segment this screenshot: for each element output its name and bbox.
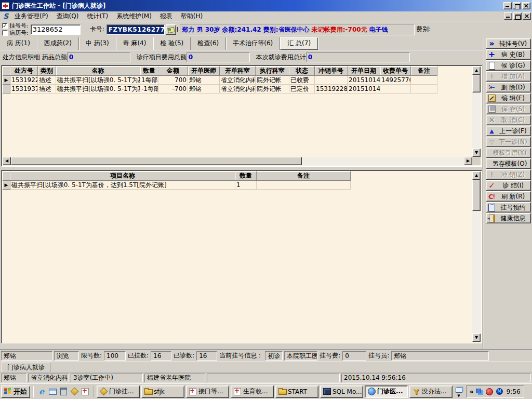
task-sfjk-folder[interactable]: sfjk (141, 385, 184, 398)
col-item-quantity[interactable]: 数量 (235, 171, 257, 181)
previous-visit-button[interactable]: 上一诊(F) (486, 126, 531, 136)
col-category[interactable]: 类别 (38, 66, 56, 76)
medical-history-button[interactable]: 病 史(B) (486, 49, 531, 60)
registration-appointment-button[interactable]: 挂号预约 (486, 202, 531, 212)
task-birth-fee-app[interactable]: 生育收... (231, 385, 274, 398)
col-amount[interactable]: 金额 (158, 66, 188, 76)
tab-surgery[interactable]: 手术治疗等(6) (226, 37, 280, 50)
scroll-thumb[interactable] (472, 75, 481, 92)
col-item-name[interactable]: 项目名称 (10, 171, 235, 181)
delete-button[interactable]: 删 除(D) (486, 82, 531, 92)
action-sidebar: 转挂号(V) 病 史(B) 候 诊(G) 增 加(A) 删 除(D) 编 辑(E… (484, 37, 532, 349)
menu-query[interactable]: 查询(Q) (52, 12, 83, 21)
tab-narcotics[interactable]: 毒 麻(4) (116, 37, 154, 50)
col-status[interactable]: 状态 (289, 66, 315, 76)
tab-case-history[interactable]: 病 历(1) (0, 37, 37, 50)
waiting-list-button[interactable]: 候 诊(G) (486, 60, 531, 71)
col-receipt-no[interactable]: 收费单号 (380, 66, 411, 76)
scroll-up-icon[interactable]: ▲ (472, 171, 481, 180)
card-no-input[interactable]: FZYBK51262778 (107, 24, 165, 35)
col-reversal-no[interactable]: 冲销单号 (315, 66, 348, 76)
task-interface-app[interactable]: 接口等... (186, 385, 229, 398)
task-start-folder[interactable]: START (275, 385, 318, 398)
transfer-registration-button[interactable]: 转挂号(V) (486, 38, 531, 49)
task-outpatient-doctor[interactable]: 门诊医... (365, 385, 408, 398)
cancel-button: 取 消(C) (486, 115, 531, 125)
task-sql-monitor[interactable]: SQL Mo... (320, 385, 363, 398)
col-remark[interactable]: 备注 (411, 66, 437, 76)
scroll-left-icon[interactable]: ◀ (3, 157, 11, 165)
child-restore-button[interactable] (513, 12, 522, 20)
prescription-row[interactable]: ▶ 1531922 描述 磁共振平扫[以场强0. 5-1T为基价，达到1.5T[… (3, 76, 472, 85)
menu-bar: S 业务管理(P) 查询(Q) 统计(T) 系统维护(M) 报表 帮助(H) (0, 11, 532, 21)
yellow-app-icon[interactable] (70, 388, 78, 396)
close-button[interactable] (522, 2, 530, 9)
scroll-thumb[interactable] (472, 180, 481, 211)
messenger-icon[interactable] (496, 388, 503, 395)
tab-outpatient-visit[interactable]: 门诊病人就诊 (2, 363, 50, 372)
scroll-up-icon[interactable]: ▲ (472, 66, 481, 75)
scroll-corner (472, 157, 481, 165)
case-no-checkbox[interactable] (2, 30, 8, 36)
tray-expand-icon[interactable]: « (470, 388, 474, 395)
reg-no-checkbox[interactable]: ✓ (2, 23, 8, 29)
col-order-date[interactable]: 开单日期 (348, 66, 380, 76)
card-reader-button[interactable] (166, 24, 176, 35)
restore-button[interactable] (513, 2, 521, 9)
child-close-button[interactable] (523, 12, 531, 20)
menu-business[interactable]: 业务管理(P) (10, 12, 52, 21)
item-vscrollbar[interactable]: ▲ ▼ (472, 171, 481, 342)
cell-amount: 700 (158, 76, 188, 85)
tab-western-medicine[interactable]: 西成药(2) (37, 37, 79, 50)
minimize-button[interactable] (503, 2, 512, 9)
scroll-thumb[interactable] (11, 157, 302, 165)
medical-app-icon[interactable] (81, 388, 89, 396)
show-desktop-icon[interactable] (48, 388, 57, 396)
menu-help[interactable]: 帮助(H) (177, 12, 207, 21)
save-template-button[interactable]: 另存模板(O) (486, 158, 531, 169)
session-status-bar: 郑铭 省立消化内科 3诊室(工作中) 福建省老年医院 2015.10.14 9:… (0, 372, 532, 383)
sql-server-icon (323, 388, 331, 396)
tab-examination[interactable]: 检查(6) (191, 37, 226, 50)
menu-reports[interactable]: 报表 (156, 12, 177, 21)
col-rx-no[interactable]: 处方号 (10, 66, 38, 76)
tab-chinese-medicine[interactable]: 中 药(3) (79, 37, 116, 50)
red-clock-icon[interactable] (486, 388, 494, 395)
prescription-vscrollbar[interactable]: ▲ ▼ (472, 66, 481, 157)
child-minimize-button[interactable] (504, 12, 512, 20)
edit-button[interactable]: 编 辑(E) (486, 93, 531, 103)
scroll-right-icon[interactable]: ▶ (464, 157, 472, 165)
col-name[interactable]: 名称 (56, 66, 140, 76)
task-other-app[interactable]: 没办法... (409, 385, 453, 398)
finish-visit-button[interactable]: 诊 结(I) (486, 180, 531, 191)
seen-count-value: 16 (196, 351, 217, 361)
prescription-hscrollbar[interactable]: ◀ ▶ (3, 157, 472, 165)
tab-lab-test[interactable]: 检 验(5) (153, 37, 191, 50)
item-grid-header: 项目名称 数量 备注 (3, 171, 472, 181)
col-doctor[interactable]: 开单医师 (188, 66, 220, 76)
prescription-row[interactable]: 1531937 描述 磁共振平扫[以场强0. 5-1T为基价，达到1.5T[院外… (3, 85, 472, 94)
tab-summary[interactable]: 汇 总(7) (280, 37, 318, 50)
calculator-icon[interactable] (59, 388, 68, 396)
scroll-down-icon[interactable]: ▼ (472, 149, 481, 157)
blank-box (207, 374, 340, 382)
task-outpatient-registration[interactable]: 门诊挂... (97, 385, 140, 398)
col-exec-dept[interactable]: 执行科室 (256, 66, 289, 76)
health-info-button[interactable]: 健康信息 (486, 213, 531, 223)
case-no-input[interactable]: 3128652 (31, 24, 81, 35)
current-row-marker: ▶ (3, 76, 10, 85)
start-button[interactable]: 开始 (1, 385, 30, 398)
network-icon[interactable] (476, 388, 484, 395)
treatment-total-label: 诊疗项目费用总额 (137, 53, 187, 62)
clock[interactable]: 9:56 (507, 388, 521, 395)
ie-icon[interactable] (37, 388, 46, 396)
refresh-button[interactable]: 刷 新(R) (486, 191, 531, 202)
menu-maintenance[interactable]: 系统维护(M) (112, 12, 156, 21)
col-order-dept[interactable]: 开单科室 (220, 66, 256, 76)
col-quantity[interactable]: 数量 (140, 66, 158, 76)
item-row[interactable]: ▶ 磁共振平扫[以场强0. 5-1T为基价，达到1.5T[院外记账] 1 (3, 181, 472, 190)
window-stack-toggle[interactable]: ▼ (454, 386, 463, 397)
col-item-remark[interactable]: 备注 (257, 171, 351, 181)
menu-statistics[interactable]: 统计(T) (83, 12, 112, 21)
scroll-down-icon[interactable]: ▼ (472, 334, 481, 342)
